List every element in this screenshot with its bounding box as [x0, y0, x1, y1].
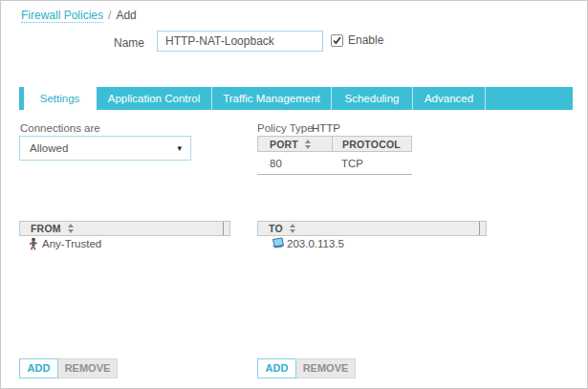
tab-scheduling[interactable]: Scheduling [332, 87, 413, 110]
column-header-port[interactable]: PORT [258, 137, 333, 151]
tab-application-control[interactable]: Application Control [97, 87, 212, 110]
from-list-item-any-trusted[interactable]: Any-Trusted [26, 237, 101, 250]
connections-dropdown[interactable]: Allowed ▾ [19, 136, 191, 161]
to-add-button[interactable]: ADD [257, 358, 296, 378]
tab-advanced[interactable]: Advanced [413, 87, 486, 110]
from-list-header[interactable]: FROM [19, 221, 230, 236]
to-list-item-host[interactable]: 203.0.113.5 [271, 237, 344, 250]
host-computer-icon [271, 237, 285, 250]
from-item-label: Any-Trusted [42, 238, 101, 249]
policy-type-value: HTTP [312, 122, 340, 134]
sort-icon [305, 140, 311, 149]
breadcrumb: Firewall Policies/Add [21, 9, 137, 22]
column-header-protocol: PROTOCOL [333, 137, 411, 151]
to-remove-button[interactable]: REMOVE [296, 358, 356, 378]
sort-icon [68, 224, 74, 233]
port-table-header-row: PORT PROTOCOL [257, 136, 412, 152]
breadcrumb-current-page: Add [116, 9, 136, 22]
port-protocol-table: PORT PROTOCOL 80 TCP [257, 136, 412, 175]
to-item-label: 203.0.113.5 [287, 238, 344, 249]
protocol-header-label: PROTOCOL [342, 139, 401, 150]
to-list-header[interactable]: TO [257, 221, 487, 236]
policy-type-label: Policy Type [257, 122, 314, 134]
port-table-row: 80 TCP [257, 152, 412, 175]
scrollbar-gutter [223, 222, 224, 235]
from-header-label: FROM [20, 223, 61, 234]
connections-dropdown-value: Allowed [20, 142, 177, 154]
enable-checkbox[interactable] [331, 34, 343, 47]
checkmark-icon [332, 35, 342, 46]
from-remove-button[interactable]: REMOVE [58, 358, 118, 378]
tab-traffic-management[interactable]: Traffic Management [212, 87, 332, 110]
from-add-button[interactable]: ADD [19, 358, 58, 378]
protocol-cell: TCP [332, 158, 412, 169]
enable-control: Enable [331, 33, 383, 47]
tab-settings[interactable]: Settings [24, 87, 97, 110]
scrollbar-gutter [479, 222, 480, 235]
any-trusted-alias-icon [26, 237, 40, 250]
to-header-label: TO [258, 223, 283, 234]
tab-bar: Settings Application Control Traffic Man… [19, 87, 573, 110]
connections-are-label: Connections are [20, 122, 100, 134]
enable-checkbox-label: Enable [348, 33, 383, 47]
sort-icon [290, 224, 295, 233]
port-cell: 80 [257, 158, 332, 169]
port-header-label: PORT [270, 139, 298, 150]
dropdown-caret-icon: ▾ [177, 143, 190, 153]
breadcrumb-link-firewall-policies[interactable]: Firewall Policies [21, 9, 103, 23]
policy-name-input[interactable] [157, 31, 323, 52]
breadcrumb-separator: / [108, 9, 111, 22]
name-field-label: Name [114, 36, 144, 50]
firewall-policy-add-page: Firewall Policies/Add Name Enable Settin… [0, 0, 588, 389]
